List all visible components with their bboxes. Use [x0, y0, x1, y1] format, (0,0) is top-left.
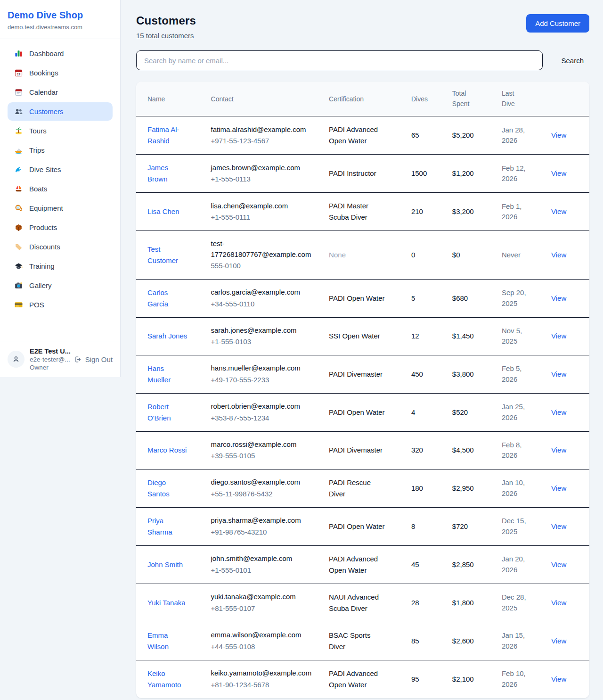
customer-row: James Brown james.brown@example.com +1-5… — [136, 155, 589, 193]
view-customer-link[interactable]: View — [551, 522, 566, 530]
customer-phone: +971-55-123-4567 — [211, 136, 318, 147]
sidebar-item-label: Bookings — [29, 69, 58, 77]
shop-domain: demo.test.divestreams.com — [8, 24, 113, 31]
sidebar-item-dashboard[interactable]: Dashboard — [8, 44, 113, 63]
calendar-17-icon: 17 — [14, 68, 23, 77]
customer-certification: NAUI Advanced Scuba Diver — [329, 592, 387, 614]
view-customer-link[interactable]: View — [551, 560, 566, 568]
view-customer-link[interactable]: View — [551, 294, 566, 302]
customer-total-spent: $3,800 — [447, 355, 496, 393]
add-customer-button[interactable]: Add Customer — [526, 14, 589, 33]
customer-dives: 450 — [406, 355, 447, 393]
customer-last-dive: Never — [502, 250, 521, 261]
sidebar: Demo Dive Shop demo.test.divestreams.com… — [0, 0, 121, 377]
customer-name-link[interactable]: Lisa Chen — [147, 206, 179, 217]
customer-name-link[interactable]: Robert O'Brien — [147, 401, 189, 424]
customer-name-link[interactable]: Emma Wilson — [147, 630, 189, 652]
sidebar-item-products[interactable]: Products — [8, 218, 113, 237]
sidebar-item-gallery[interactable]: Gallery — [8, 276, 113, 295]
customer-name-link[interactable]: Priya Sharma — [147, 515, 189, 538]
customer-name-link[interactable]: Test Customer — [147, 244, 189, 266]
customer-phone: +1-555-0101 — [211, 565, 318, 576]
sidebar-item-discounts[interactable]: Discounts — [8, 238, 113, 256]
customer-phone: 555-0100 — [211, 261, 318, 272]
sidebar-item-bookings[interactable]: 17 Bookings — [8, 64, 113, 82]
customer-name-link[interactable]: James Brown — [147, 162, 189, 185]
col-header-last-dive: Last Dive — [496, 82, 546, 116]
customer-name-link[interactable]: Diego Santos — [147, 477, 189, 500]
customer-row: Fatima Al-Rashid fatima.alrashid@example… — [136, 116, 589, 155]
sidebar-item-equipment[interactable]: Equipment — [8, 199, 113, 217]
view-customer-link[interactable]: View — [551, 251, 566, 259]
customer-last-dive: Feb 12, 2026 — [502, 163, 530, 184]
col-header-certification: Certification — [323, 82, 406, 116]
customer-row: Diego Santos diego.santos@example.com +5… — [136, 469, 589, 507]
customer-email: diego.santos@example.com — [211, 477, 313, 488]
col-header-name: Name — [136, 82, 205, 116]
customer-name-link[interactable]: Keiko Yamamoto — [147, 668, 189, 691]
customer-dives: 95 — [406, 660, 447, 698]
view-customer-link[interactable]: View — [551, 484, 566, 492]
package-icon — [14, 223, 23, 232]
user-info: E2E Test U... e2e-tester@... Owner — [30, 347, 69, 371]
customer-name-link[interactable]: John Smith — [147, 559, 183, 570]
sidebar-item-customers[interactable]: Customers — [8, 102, 113, 121]
page-title: Customers — [136, 14, 196, 27]
sidebar-item-dive-sites[interactable]: Dive Sites — [8, 160, 113, 179]
customer-name-link[interactable]: Hans Mueller — [147, 363, 189, 386]
search-input[interactable] — [136, 50, 543, 70]
sidebar-item-calendar[interactable]: Calendar — [8, 83, 113, 101]
sidebar-item-pos[interactable]: POS — [8, 296, 113, 314]
customers-table-card: Name Contact Certification Dives Total S… — [136, 82, 589, 698]
dive-mask-icon — [14, 204, 23, 213]
customer-last-dive: Sep 20, 2025 — [502, 288, 530, 309]
customer-total-spent: $0 — [447, 231, 496, 280]
view-customer-link[interactable]: View — [551, 599, 566, 607]
view-customer-link[interactable]: View — [551, 169, 566, 177]
customer-last-dive: Dec 15, 2025 — [502, 516, 530, 537]
view-customer-link[interactable]: View — [551, 637, 566, 645]
sidebar-item-label: Gallery — [29, 281, 52, 289]
customer-last-dive: Feb 10, 2026 — [502, 668, 530, 690]
sailboat-icon — [14, 184, 23, 193]
sidebar-item-label: Products — [29, 223, 57, 231]
main-content: Customers 15 total customers Add Custome… — [121, 0, 603, 700]
customer-dives: 65 — [406, 116, 447, 155]
customer-dives: 5 — [406, 279, 447, 317]
sidebar-item-label: Customers — [29, 107, 64, 115]
customer-row: Sarah Jones sarah.jones@example.com +1-5… — [136, 317, 589, 355]
view-customer-link[interactable]: View — [551, 207, 566, 215]
customer-dives: 4 — [406, 393, 447, 431]
search-button[interactable]: Search — [555, 57, 589, 65]
sidebar-item-label: Discounts — [29, 243, 60, 251]
customer-name-link[interactable]: Marco Rossi — [147, 445, 187, 456]
view-customer-link[interactable]: View — [551, 332, 566, 340]
view-customer-link[interactable]: View — [551, 131, 566, 139]
customer-email: john.smith@example.com — [211, 553, 313, 564]
customer-certification: PADI Advanced Open Water — [329, 553, 387, 576]
sign-out-button[interactable]: Sign Out — [74, 355, 113, 363]
sidebar-item-trips[interactable]: Trips — [8, 141, 113, 159]
customer-name-link[interactable]: Carlos Garcia — [147, 287, 189, 310]
view-customer-link[interactable]: View — [551, 370, 566, 378]
customer-certification: PADI Instructor — [329, 168, 376, 179]
customer-phone: +49-170-555-2233 — [211, 375, 318, 386]
tag-icon — [14, 242, 23, 251]
sidebar-item-label: Boats — [29, 185, 47, 193]
sidebar-item-boats[interactable]: Boats — [8, 180, 113, 198]
sidebar-item-label: Calendar — [29, 88, 58, 96]
col-header-contact: Contact — [205, 82, 324, 116]
sidebar-item-training[interactable]: Training — [8, 257, 113, 275]
customer-name-link[interactable]: Yuki Tanaka — [147, 597, 186, 609]
customer-certification: PADI Advanced Open Water — [329, 668, 387, 691]
view-customer-link[interactable]: View — [551, 446, 566, 454]
person-icon — [11, 354, 21, 364]
sidebar-item-tours[interactable]: Tours — [8, 122, 113, 140]
customer-total-spent: $520 — [447, 393, 496, 431]
view-customer-link[interactable]: View — [551, 408, 566, 416]
customer-name-link[interactable]: Sarah Jones — [147, 330, 187, 342]
customer-row: John Smith john.smith@example.com +1-555… — [136, 545, 589, 584]
view-customer-link[interactable]: View — [551, 675, 566, 683]
customer-phone: +353-87-555-1234 — [211, 413, 318, 424]
customer-name-link[interactable]: Fatima Al-Rashid — [147, 124, 189, 147]
